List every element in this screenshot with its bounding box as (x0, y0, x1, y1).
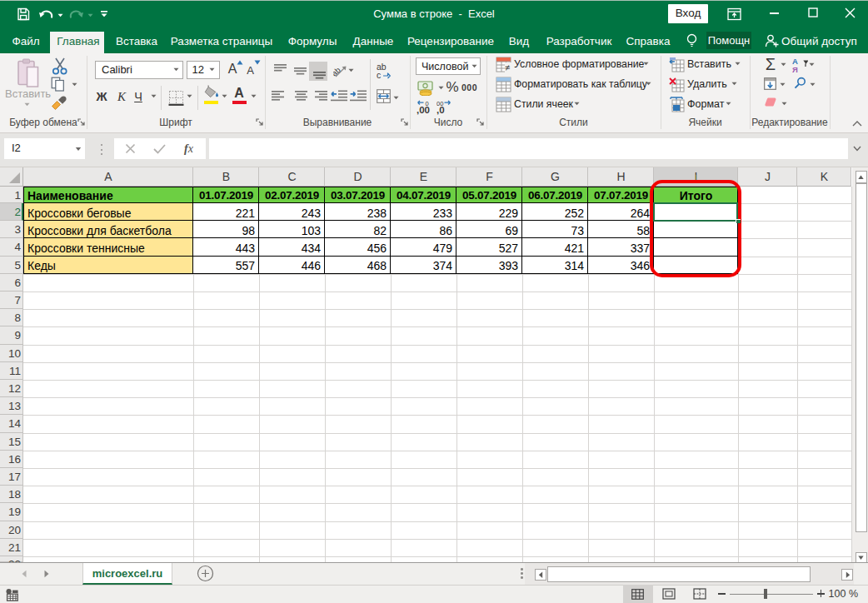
svg-text:00: 00 (436, 100, 443, 107)
svg-text:ab: ab (333, 65, 342, 77)
svg-text:≠: ≠ (505, 62, 510, 72)
svg-text:c: c (377, 70, 381, 80)
svg-text:Я: Я (792, 65, 798, 73)
svg-text:0: 0 (426, 100, 429, 107)
